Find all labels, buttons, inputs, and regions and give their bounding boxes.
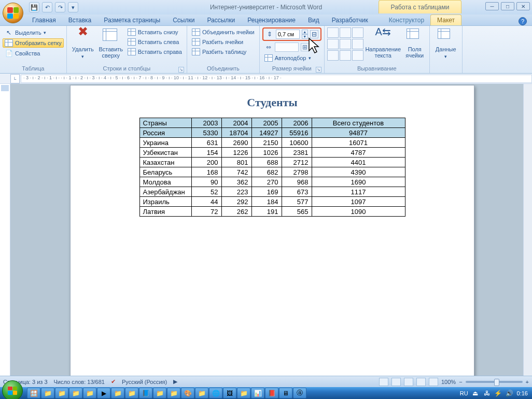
table-cell[interactable]: 631 (191, 138, 221, 148)
align-tc-button[interactable] (340, 27, 351, 38)
task-item[interactable]: ▶ (97, 388, 110, 398)
view-draft-button[interactable] (429, 378, 438, 386)
tray-safely-remove-icon[interactable]: ⏏ (471, 389, 480, 397)
column-width-control[interactable]: ⇔ ⊞ (262, 41, 311, 53)
insert-left-button[interactable]: Вставить слева (125, 37, 184, 47)
task-item[interactable]: 📁 (167, 388, 180, 398)
close-button[interactable]: ✕ (516, 2, 530, 10)
minimize-button[interactable]: ─ (485, 2, 499, 10)
autofit-button[interactable]: Автоподбор▾ (262, 53, 313, 63)
table-cell[interactable]: 184 (251, 197, 282, 207)
task-item[interactable]: 📁 (111, 388, 124, 398)
insert-below-button[interactable]: Вставить снизу (125, 27, 184, 37)
show-grid-button[interactable]: Отобразить сетку (3, 38, 64, 48)
table-cell[interactable]: 168 (191, 167, 221, 177)
table-cell[interactable]: 72 (191, 207, 221, 217)
table-cell[interactable]: 2712 (282, 158, 312, 167)
table-cell[interactable]: Латвия (139, 207, 191, 217)
task-item[interactable]: 📁 (153, 388, 166, 398)
table-row[interactable]: Узбекистан1541226102623814787 (139, 148, 405, 158)
split-cells-button[interactable]: Разбить ячейки (190, 37, 245, 47)
table-cell[interactable]: 688 (251, 158, 282, 167)
table-cell[interactable]: 742 (221, 167, 251, 177)
table-cell[interactable]: 801 (221, 158, 251, 167)
table-cell[interactable]: Азербайджан (139, 187, 191, 197)
task-item[interactable]: 📁 (195, 388, 208, 398)
task-item[interactable]: 🪟 (27, 388, 40, 398)
tab-table-layout[interactable]: Макет (430, 15, 461, 25)
task-item[interactable]: 🌐 (209, 388, 222, 398)
tray-volume-icon[interactable]: 🔊 (506, 389, 514, 397)
table-row[interactable]: Азербайджан522231696731117 (139, 187, 405, 197)
table-cell[interactable]: 200 (191, 158, 221, 167)
table-row[interactable]: Израиль442921845771097 (139, 197, 405, 207)
office-button[interactable] (3, 3, 23, 23)
tab-home[interactable]: Главная (26, 15, 62, 25)
delete-button[interactable]: ✖ Удалить▾ (69, 27, 96, 61)
properties-button[interactable]: 📄Свойства (3, 48, 42, 59)
table-cell[interactable]: Израиль (139, 197, 191, 207)
table-header[interactable]: Страны (139, 118, 191, 128)
task-item[interactable]: 📁 (41, 388, 54, 398)
table-cell[interactable]: 4787 (312, 148, 405, 158)
table-cell[interactable]: 577 (282, 197, 312, 207)
qat-save-button[interactable]: 💾 (29, 2, 39, 12)
task-item[interactable]: 📘 (139, 388, 152, 398)
cell-size-launcher[interactable]: ↘ (316, 67, 321, 73)
tab-view[interactable]: Вид (302, 15, 326, 25)
tab-page-layout[interactable]: Разметка страницы (97, 15, 166, 25)
status-language[interactable]: Русский (Россия) (122, 379, 167, 385)
tray-network-icon[interactable]: 🖧 (483, 389, 491, 397)
table-cell[interactable]: 191 (251, 207, 282, 217)
table-cell[interactable]: 16071 (312, 138, 405, 148)
tab-selector[interactable]: ˪ (10, 74, 20, 83)
table-cell[interactable]: 1097 (312, 197, 405, 207)
align-tl-button[interactable] (327, 27, 339, 38)
table-cell[interactable]: Молдова (139, 177, 191, 187)
tab-mailings[interactable]: Рассылки (201, 15, 241, 25)
table-cell[interactable]: 14927 (251, 128, 282, 138)
align-tr-button[interactable] (352, 27, 363, 38)
tray-power-icon[interactable]: ⚡ (494, 389, 502, 397)
table-cell[interactable]: 154 (191, 148, 221, 158)
qat-customize-button[interactable]: ▾ (68, 2, 78, 12)
task-item[interactable]: 📁 (69, 388, 82, 398)
table-row[interactable]: Казахстан20080168827124401 (139, 158, 405, 167)
table-cell[interactable]: 10600 (282, 138, 312, 148)
table-cell[interactable]: 1226 (221, 148, 251, 158)
table-cell[interactable]: Беларусь (139, 167, 191, 177)
tab-developer[interactable]: Разработчик (326, 15, 374, 25)
task-item[interactable]: 🖥 (279, 388, 292, 398)
column-width-input[interactable] (275, 42, 299, 52)
table-cell[interactable]: 2150 (251, 138, 282, 148)
row-height-input[interactable] (276, 30, 300, 39)
data-button[interactable]: Данные▾ (432, 27, 459, 61)
task-item[interactable]: ⓐ (293, 388, 306, 398)
view-web-button[interactable] (404, 378, 413, 386)
status-proofing-icon[interactable]: ✔ (111, 378, 116, 385)
align-br-button[interactable] (352, 50, 363, 61)
row-height-up-button[interactable]: ▲ (302, 30, 308, 34)
table-header[interactable]: Всего студентов (312, 118, 405, 128)
task-item[interactable]: 🎨 (181, 388, 194, 398)
table-cell[interactable]: 270 (251, 177, 282, 187)
table-cell[interactable]: 565 (282, 207, 312, 217)
qat-redo-button[interactable]: ↷ (55, 2, 65, 12)
zoom-out-button[interactable]: − (459, 379, 462, 385)
table-cell[interactable]: 1690 (312, 177, 405, 187)
table-cell[interactable]: 673 (282, 187, 312, 197)
table-cell[interactable]: 362 (221, 177, 251, 187)
insert-above-button[interactable]: Вставить сверху (97, 27, 124, 60)
insert-right-button[interactable]: Вставить справа (125, 47, 184, 56)
table-cell[interactable]: Россия (139, 128, 191, 138)
students-table[interactable]: Страны2003200420052006Всего студентов Ро… (139, 118, 405, 217)
table-row[interactable]: Латвия722621915651090 (139, 207, 405, 217)
table-cell[interactable]: 44 (191, 197, 221, 207)
table-cell[interactable]: Узбекистан (139, 148, 191, 158)
task-item[interactable]: 📁 (125, 388, 138, 398)
table-cell[interactable]: 2690 (221, 138, 251, 148)
vertical-scrollbar[interactable] (523, 84, 532, 378)
table-header[interactable]: 2003 (191, 118, 221, 128)
task-item[interactable]: 🖼 (223, 388, 236, 398)
table-cell[interactable]: 223 (221, 187, 251, 197)
